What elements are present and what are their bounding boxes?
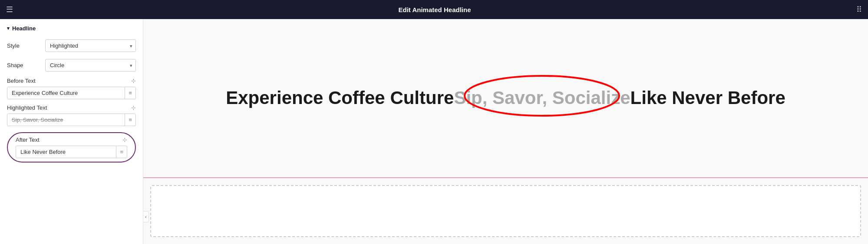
after-text-field-block: After Text ⊹ ≡ xyxy=(9,134,134,161)
canvas: Experience Coffee Culture Sip, Savor, So… xyxy=(143,19,868,244)
before-text-field-block: Before Text ⊹ ≡ xyxy=(0,75,143,102)
highlighted-text-input[interactable] xyxy=(7,114,125,126)
style-select[interactable]: Highlighted Circle Underline Bold xyxy=(45,39,136,52)
arrow-left-icon: ‹ xyxy=(145,214,147,219)
headline-after-text: Like Never Before xyxy=(630,88,785,108)
style-label: Style xyxy=(7,42,42,49)
topbar: ☰ Edit Animated Headline ⠿ xyxy=(0,0,868,19)
highlighted-text-input-wrapper: ≡ xyxy=(7,114,136,126)
shape-field-row: Shape Circle Square Diamond ▾ xyxy=(0,55,143,75)
collapse-sidebar-arrow[interactable]: ‹ xyxy=(143,211,149,222)
section-label: Headline xyxy=(12,25,36,32)
highlighted-text-field-block: Highlighted Text ⊹ ≡ xyxy=(0,102,143,129)
style-field-row: Style Highlighted Circle Underline Bold … xyxy=(0,36,143,55)
highlighted-text-label: Highlighted Text xyxy=(7,104,47,111)
headline-highlighted-text: Sip, Savor, Socialize xyxy=(454,87,630,109)
before-text-icons: ⊹ xyxy=(131,78,136,84)
grid-icon[interactable]: ⠿ xyxy=(856,5,862,14)
after-text-outline: After Text ⊹ ≡ xyxy=(7,132,136,163)
after-text-header: After Text ⊹ xyxy=(16,137,127,143)
shape-label: Shape xyxy=(7,62,42,68)
after-text-input-wrapper: ≡ xyxy=(16,146,127,158)
menu-icon[interactable]: ☰ xyxy=(6,5,13,14)
after-text-list-icon[interactable]: ≡ xyxy=(116,146,127,158)
before-text-input-wrapper: ≡ xyxy=(7,87,136,99)
style-select-wrapper: Highlighted Circle Underline Bold ▾ xyxy=(45,39,136,52)
highlighted-text-header: Highlighted Text ⊹ xyxy=(7,104,136,111)
headline-section-header[interactable]: ▾ Headline xyxy=(0,19,143,36)
before-text-label: Before Text xyxy=(7,78,36,84)
shape-select-wrapper: Circle Square Diamond ▾ xyxy=(45,59,136,72)
headline-area: Experience Coffee Culture Sip, Savor, So… xyxy=(143,19,868,177)
headline-before-text: Experience Coffee Culture xyxy=(226,88,454,108)
before-text-list-icon[interactable]: ≡ xyxy=(125,87,135,99)
before-text-header: Before Text ⊹ xyxy=(7,78,136,84)
before-text-input[interactable] xyxy=(7,87,125,99)
after-text-icons: ⊹ xyxy=(122,137,127,143)
sidebar: ▾ Headline Style Highlighted Circle Unde… xyxy=(0,19,143,244)
pink-divider xyxy=(143,177,868,178)
after-text-label: After Text xyxy=(16,137,40,143)
after-text-crosshair-icon[interactable]: ⊹ xyxy=(122,137,127,143)
topbar-title: Edit Animated Headline xyxy=(19,6,850,13)
after-text-input[interactable] xyxy=(16,146,116,158)
highlighted-text-crosshair-icon[interactable]: ⊹ xyxy=(131,104,136,111)
shape-select[interactable]: Circle Square Diamond xyxy=(45,59,136,72)
highlighted-text-icons: ⊹ xyxy=(131,104,136,111)
bottom-dashed-area xyxy=(150,185,861,237)
main-layout: ▾ Headline Style Highlighted Circle Unde… xyxy=(0,19,868,244)
headline-display: Experience Coffee Culture Sip, Savor, So… xyxy=(226,87,785,109)
highlighted-text-list-icon[interactable]: ≡ xyxy=(125,114,135,126)
before-text-crosshair-icon[interactable]: ⊹ xyxy=(131,78,136,84)
section-collapse-arrow[interactable]: ▾ xyxy=(7,26,10,31)
